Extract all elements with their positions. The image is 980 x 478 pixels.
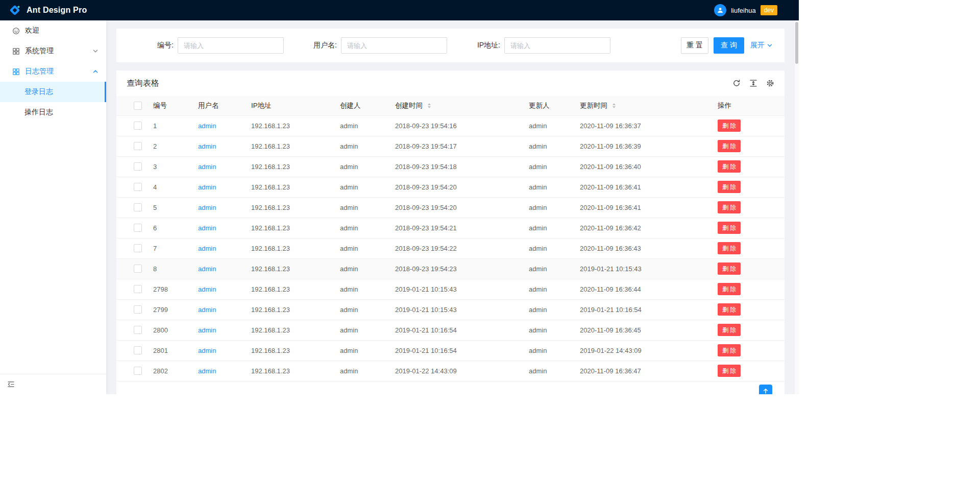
appstore-icon xyxy=(12,68,20,76)
sidebar-item-log-management[interactable]: 日志管理 xyxy=(0,61,106,82)
username-link[interactable]: admin xyxy=(198,285,216,293)
delete-button[interactable]: 删 除 xyxy=(718,181,741,193)
sidebar-item-system-management[interactable]: 系统管理 xyxy=(0,41,106,61)
username-link[interactable]: admin xyxy=(198,183,216,191)
cell-updater: admin xyxy=(524,340,575,361)
setting-icon[interactable] xyxy=(766,79,774,87)
table-row: 2801 admin 192.168.1.23 admin 2019-01-21… xyxy=(116,340,785,361)
app-logo[interactable]: Ant Design Pro xyxy=(8,4,87,17)
cell-updated-time: 2020-11-09 16:36:43 xyxy=(575,238,713,258)
delete-button[interactable]: 删 除 xyxy=(718,262,741,275)
col-header-updated-time[interactable]: 更新时间 xyxy=(575,96,713,115)
row-checkbox[interactable] xyxy=(134,183,142,191)
avatar[interactable] xyxy=(714,4,726,16)
row-checkbox[interactable] xyxy=(134,305,142,314)
username-link[interactable]: admin xyxy=(198,367,216,375)
row-checkbox[interactable] xyxy=(134,265,142,273)
reload-icon[interactable] xyxy=(732,79,741,87)
delete-button[interactable]: 删 除 xyxy=(718,222,741,234)
username-link[interactable]: admin xyxy=(198,326,216,334)
delete-button[interactable]: 删 除 xyxy=(718,140,741,152)
cell-updater: admin xyxy=(524,238,575,258)
row-checkbox[interactable] xyxy=(134,326,142,334)
delete-button[interactable]: 删 除 xyxy=(718,242,741,254)
delete-button[interactable]: 删 除 xyxy=(718,303,741,316)
cell-id: 2801 xyxy=(148,340,193,361)
cell-updated-time: 2020-11-09 16:36:37 xyxy=(575,115,713,136)
cell-updater: admin xyxy=(524,361,575,381)
table-body: 1 admin 192.168.1.23 admin 2018-09-23 19… xyxy=(116,115,785,381)
table-row: 2 admin 192.168.1.23 admin 2018-09-23 19… xyxy=(116,136,785,156)
username-link[interactable]: admin xyxy=(198,163,216,171)
sidebar-item-operation-log[interactable]: 操作日志 xyxy=(0,102,106,123)
cell-id: 6 xyxy=(148,218,193,238)
col-header-created-time[interactable]: 创建时间 xyxy=(390,96,524,115)
row-checkbox[interactable] xyxy=(134,122,142,130)
cell-creator: admin xyxy=(335,156,390,177)
delete-button[interactable]: 删 除 xyxy=(718,119,741,132)
username-link[interactable]: admin xyxy=(198,265,216,273)
username-link[interactable]: admin xyxy=(198,306,216,314)
username-input[interactable] xyxy=(341,37,447,54)
sidebar-collapse-trigger[interactable] xyxy=(0,374,106,394)
search-button[interactable]: 查 询 xyxy=(714,37,744,54)
delete-button[interactable]: 删 除 xyxy=(718,324,741,336)
id-input[interactable] xyxy=(178,37,284,54)
cell-created-time: 2019-01-21 10:15:43 xyxy=(390,279,524,299)
cell-updated-time: 2020-11-09 16:36:40 xyxy=(575,156,713,177)
delete-button[interactable]: 删 除 xyxy=(718,201,741,213)
row-checkbox[interactable] xyxy=(134,142,142,150)
cell-created-time: 2019-01-21 10:16:54 xyxy=(390,320,524,340)
delete-button[interactable]: 删 除 xyxy=(718,365,741,377)
username-link[interactable]: admin xyxy=(198,204,216,211)
sidebar-item-login-log[interactable]: 登录日志 xyxy=(0,82,106,102)
cell-updated-time: 2019-01-22 14:43:09 xyxy=(575,340,713,361)
cell-updated-time: 2020-11-09 16:36:45 xyxy=(575,320,713,340)
scrollbar[interactable] xyxy=(795,20,799,394)
reset-button[interactable]: 重 置 xyxy=(681,37,708,54)
row-checkbox[interactable] xyxy=(134,203,142,211)
delete-button[interactable]: 删 除 xyxy=(718,160,741,173)
cell-ip: 192.168.1.23 xyxy=(246,115,335,136)
col-header-id: 编号 xyxy=(148,96,193,115)
density-icon[interactable] xyxy=(749,79,757,87)
row-checkbox[interactable] xyxy=(134,162,142,171)
table-row: 2800 admin 192.168.1.23 admin 2019-01-21… xyxy=(116,320,785,340)
expand-link[interactable]: 展开 xyxy=(750,41,772,50)
cell-updater: admin xyxy=(524,320,575,340)
cell-updated-time: 2019-01-21 10:15:43 xyxy=(575,258,713,279)
table-row: 8 admin 192.168.1.23 admin 2018-09-23 19… xyxy=(116,258,785,279)
username-link[interactable]: admin xyxy=(198,224,216,232)
cell-updater: admin xyxy=(524,299,575,320)
username-link[interactable]: admin xyxy=(198,142,216,150)
row-checkbox[interactable] xyxy=(134,367,142,375)
cell-created-time: 2018-09-23 19:54:20 xyxy=(390,197,524,218)
back-top-button[interactable] xyxy=(759,385,772,394)
username[interactable]: liufeihua xyxy=(731,7,755,14)
username-link[interactable]: admin xyxy=(198,347,216,354)
scrollbar-thumb[interactable] xyxy=(795,22,798,64)
cell-creator: admin xyxy=(335,238,390,258)
cell-creator: admin xyxy=(335,115,390,136)
select-all-checkbox[interactable] xyxy=(134,102,142,110)
cell-id: 2798 xyxy=(148,279,193,299)
ip-input[interactable] xyxy=(504,37,610,54)
username-link[interactable]: admin xyxy=(198,122,216,130)
delete-button[interactable]: 删 除 xyxy=(718,283,741,295)
cell-ip: 192.168.1.23 xyxy=(246,136,335,156)
cell-updater: admin xyxy=(524,156,575,177)
row-checkbox[interactable] xyxy=(134,285,142,293)
cell-created-time: 2018-09-23 19:54:18 xyxy=(390,156,524,177)
cell-updater: admin xyxy=(524,279,575,299)
cell-id: 8 xyxy=(148,258,193,279)
row-checkbox[interactable] xyxy=(134,244,142,252)
col-header-ip: IP地址 xyxy=(246,96,335,115)
row-checkbox[interactable] xyxy=(134,346,142,354)
row-checkbox[interactable] xyxy=(134,224,142,232)
filter-field-username: 用户名: xyxy=(292,37,455,54)
username-link[interactable]: admin xyxy=(198,245,216,252)
sidebar-item-welcome[interactable]: 欢迎 xyxy=(0,20,106,41)
chevron-down-icon xyxy=(93,49,98,54)
cell-updater: admin xyxy=(524,136,575,156)
delete-button[interactable]: 删 除 xyxy=(718,344,741,356)
